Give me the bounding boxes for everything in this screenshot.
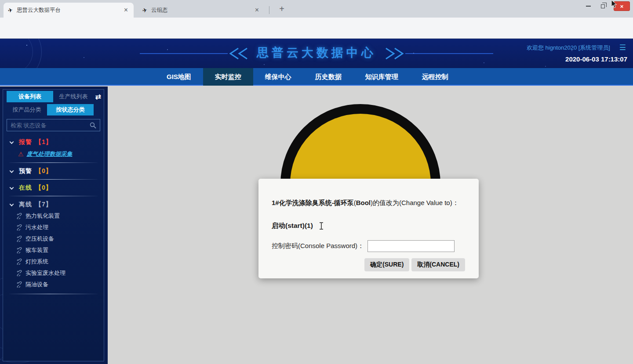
- nav-item-remote-control[interactable]: 远程控制: [410, 68, 460, 86]
- nav-item-history-data[interactable]: 历史数据: [303, 68, 353, 86]
- warning-icon: ⚠: [18, 151, 24, 158]
- value-type: Bool: [356, 199, 371, 206]
- sidebar-panel: 设备列表 生产线列表 ⇄ 按产品分类 按状态分类 报警 【1】 ⚠ 废气处理数据…: [3, 89, 104, 361]
- menu-list-icon[interactable]: ☰: [619, 43, 626, 52]
- broken-link-icon: [16, 247, 22, 253]
- device-sidebar: 设备列表 生产线列表 ⇄ 按产品分类 按状态分类 报警 【1】 ⚠ 废气处理数据…: [0, 86, 108, 364]
- broken-link-icon: [16, 236, 22, 242]
- password-row: 控制密码(Console Password)：: [272, 240, 455, 252]
- tree-item-offline-device[interactable]: 猴车装置: [3, 245, 104, 256]
- new-tab-button[interactable]: +: [276, 3, 287, 14]
- tree-group-alarm[interactable]: 报警 【1】: [3, 137, 104, 148]
- device-label: 空压机设备: [25, 235, 54, 243]
- device-label: 猴车装置: [25, 246, 48, 254]
- nav-item-realtime-monitor[interactable]: 实时监控: [203, 68, 253, 86]
- chevron-down-icon: [10, 202, 14, 206]
- tab-by-product[interactable]: 按产品分类: [7, 104, 47, 115]
- tree-item-alarm-device[interactable]: ⚠ 废气处理数据采集: [3, 148, 104, 160]
- tab-close-icon[interactable]: ×: [254, 7, 260, 14]
- msg-text: )的值改为(Change Value to)：: [371, 199, 459, 206]
- swap-icon[interactable]: ⇄: [95, 93, 101, 101]
- chevron-down-icon: [10, 169, 14, 173]
- chevron-down-icon: [10, 140, 14, 144]
- group-label: 离线: [19, 201, 32, 209]
- broken-link-icon: [16, 224, 22, 231]
- tab-title: 云组态: [151, 7, 254, 14]
- tree-item-offline-device[interactable]: 灯控系统: [3, 256, 104, 267]
- app-header: 思普云大数据中心 欢迎您 hignton2020 [系统管理员] ☰ 2020-…: [0, 39, 633, 68]
- broken-link-icon: [16, 270, 22, 276]
- restore-icon: [601, 4, 605, 8]
- console-password-input[interactable]: [367, 240, 455, 252]
- tree-item-offline-device[interactable]: 污水处理: [3, 222, 104, 233]
- tree-item-offline-device[interactable]: 隔油设备: [3, 279, 104, 290]
- site-favicon-icon: ✈: [142, 7, 148, 14]
- password-label: 控制密码(Console Password)：: [272, 242, 364, 250]
- tree-item-offline-device[interactable]: 实验室废水处理: [3, 267, 104, 279]
- device-name: 1#化学洗涤除臭系统-循环泵: [272, 199, 354, 206]
- device-search-box: [7, 119, 100, 131]
- browser-address-bar: ← → ↻ i 不安全 | iot.idosp.net/idosp/index.…: [0, 18, 633, 39]
- cancel-button[interactable]: 取消(CANCEL): [411, 258, 465, 271]
- browser-tab-active[interactable]: ✈ 思普云大数据平台 ×: [4, 3, 134, 18]
- nav-item-knowledge-base[interactable]: 知识库管理: [353, 68, 410, 86]
- group-label: 在线: [19, 184, 32, 192]
- alarm-device-link[interactable]: 废气处理数据采集: [27, 150, 73, 158]
- divider: [9, 294, 98, 294]
- group-label: 预警: [19, 167, 32, 175]
- site-favicon-icon: ✈: [7, 7, 14, 14]
- group-count: 【0】: [35, 184, 52, 192]
- text-cursor-icon: [319, 222, 324, 230]
- device-label: 灯控系统: [25, 258, 48, 266]
- minimize-icon: [586, 6, 591, 7]
- divider: [9, 196, 98, 196]
- tab-title: 思普云大数据平台: [17, 7, 123, 14]
- browser-tab-strip: ✈ 思普云大数据平台 × ✈ 云组态 × + ×: [0, 0, 633, 18]
- tree-item-offline-device[interactable]: 空压机设备: [3, 233, 104, 245]
- search-icon[interactable]: [90, 122, 96, 129]
- divider: [9, 179, 98, 180]
- window-restore-button[interactable]: [596, 1, 610, 11]
- tree-item-offline-device[interactable]: 热力氧化装置: [3, 210, 104, 222]
- tree-group-offline[interactable]: 离线 【7】: [3, 199, 104, 210]
- device-label: 隔油设备: [25, 281, 48, 288]
- new-value-text: 启动(start)(1): [272, 221, 313, 231]
- tab-device-list[interactable]: 设备列表: [7, 91, 53, 102]
- tree-group-online[interactable]: 在线 【0】: [3, 182, 104, 194]
- nav-item-gis-map[interactable]: GIS地图: [155, 68, 203, 86]
- search-input[interactable]: [11, 122, 90, 129]
- group-count: 【0】: [35, 167, 52, 175]
- device-label: 污水处理: [25, 223, 48, 231]
- tab-close-icon[interactable]: ×: [123, 7, 129, 14]
- mouse-cursor-icon: [611, 0, 618, 9]
- group-count: 【1】: [35, 138, 52, 146]
- dialog-new-value: 启动(start)(1): [272, 221, 324, 231]
- tab-by-status[interactable]: 按状态分类: [47, 104, 94, 115]
- welcome-user-label: 欢迎您 hignton2020 [系统管理员]: [527, 44, 610, 52]
- device-label: 热力氧化装置: [25, 212, 60, 220]
- window-minimize-button[interactable]: [581, 1, 595, 11]
- nav-item-maintenance-center[interactable]: 维保中心: [253, 68, 303, 86]
- divider: [9, 162, 98, 163]
- tree-group-warning[interactable]: 预警 【0】: [3, 166, 104, 177]
- dialog-message: 1#化学洗涤除臭系统-循环泵(Bool)的值改为(Change Value to…: [272, 198, 466, 208]
- device-label: 实验室废水处理: [25, 269, 65, 277]
- main-nav: GIS地图 实时监控 维保中心 历史数据 知识库管理 远程控制: [0, 68, 633, 86]
- group-label: 报警: [19, 138, 32, 146]
- sure-button[interactable]: 确定(SURE): [364, 258, 409, 271]
- change-value-dialog: 1#化学洗涤除臭系统-循环泵(Bool)的值改为(Change Value to…: [258, 179, 479, 278]
- browser-tab-inactive[interactable]: ✈ 云组态 ×: [138, 3, 265, 18]
- broken-link-icon: [16, 213, 22, 219]
- group-count: 【7】: [35, 201, 52, 209]
- broken-link-icon: [16, 281, 22, 288]
- tab-separator: [269, 6, 269, 14]
- chevron-down-icon: [10, 185, 14, 190]
- broken-link-icon: [16, 259, 22, 265]
- status-tree: 报警 【1】 ⚠ 废气处理数据采集 预警 【0】 在线 【0】: [3, 137, 104, 294]
- datetime-label: 2020-06-03 17:13:07: [565, 55, 627, 63]
- tab-production-line-list[interactable]: 生产线列表: [53, 91, 94, 102]
